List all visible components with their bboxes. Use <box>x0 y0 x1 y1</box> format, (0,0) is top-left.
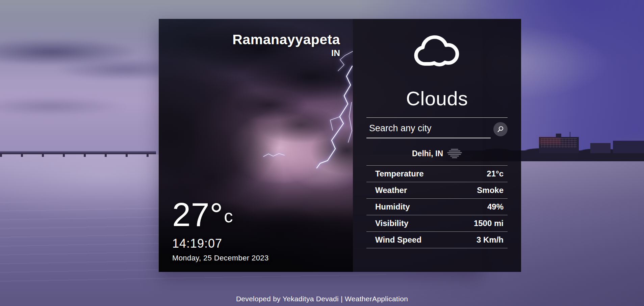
detail-value: 1500 mi <box>455 215 508 232</box>
table-row: Temperature 21°c <box>366 166 508 182</box>
detail-label: Weather <box>366 182 455 199</box>
mist-icon <box>447 149 462 158</box>
location-header: Ramanayyapeta IN <box>232 32 340 58</box>
detail-label: Humidity <box>366 199 455 215</box>
country-code: IN <box>232 48 340 58</box>
station-row: Delhi, IN <box>366 149 508 158</box>
detail-value: 3 Km/h <box>455 232 508 248</box>
city-name: Ramanayyapeta <box>232 32 340 47</box>
detail-label: Wind Speed <box>366 232 455 248</box>
magnifier-icon <box>496 125 505 134</box>
details-panel: Clouds Delhi, IN Temperature <box>353 19 521 272</box>
table-row: Weather Smoke <box>366 182 508 199</box>
station-name: Delhi, IN <box>412 149 443 158</box>
table-row: Humidity 49% <box>366 199 508 215</box>
temperature-unit: c <box>224 206 233 226</box>
current-conditions: 27°c 14:19:07 Monday, 25 December 2023 <box>172 198 269 262</box>
date: Monday, 25 December 2023 <box>172 254 269 262</box>
weather-card: Ramanayyapeta IN 27°c 14:19:07 Monday, 2… <box>159 19 483 272</box>
temperature: 27°c <box>172 198 269 231</box>
temperature-value: 27° <box>172 196 223 233</box>
table-row: Wind Speed 3 Km/h <box>366 232 508 248</box>
divider-line <box>366 117 508 118</box>
search-bar <box>366 122 508 138</box>
weather-details-table: Temperature 21°c Weather Smoke Humidity … <box>366 165 508 248</box>
footer-credit: Developed by Yekaditya Devadi | WeatherA… <box>0 295 644 303</box>
building-rooftop <box>556 134 561 137</box>
detail-value: 21°c <box>455 166 508 182</box>
building-silhouette <box>613 141 644 153</box>
detail-value: 49% <box>455 199 508 215</box>
building-antenna <box>570 132 570 137</box>
clock: 14:19:07 <box>172 237 269 251</box>
bridge-silhouette <box>0 150 156 158</box>
detail-value: Smoke <box>455 182 508 199</box>
search-input[interactable] <box>366 122 491 138</box>
detail-label: Temperature <box>366 166 455 182</box>
table-row: Visibility 1500 mi <box>366 215 508 232</box>
current-weather-panel: Ramanayyapeta IN 27°c 14:19:07 Monday, 2… <box>159 19 353 272</box>
building-silhouette <box>539 137 579 153</box>
condition-name: Clouds <box>366 89 508 108</box>
search-button[interactable] <box>493 122 508 136</box>
building-silhouette <box>590 143 611 153</box>
cloud-outline-icon <box>412 32 462 73</box>
detail-label: Visibility <box>366 215 455 232</box>
weather-app-page: Ramanayyapeta IN 27°c 14:19:07 Monday, 2… <box>0 0 644 306</box>
